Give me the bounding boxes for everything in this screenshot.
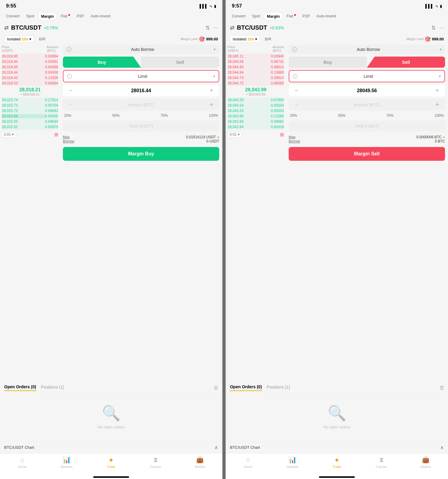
nav-trade-right[interactable]: ● Trade bbox=[328, 456, 346, 469]
amount-minus-right[interactable]: − bbox=[292, 101, 301, 108]
amount-minus-left[interactable]: − bbox=[66, 101, 75, 108]
margin-sell-btn-right[interactable]: Margin Sell bbox=[289, 147, 445, 161]
tab-fiat-right[interactable]: Fiat bbox=[284, 12, 299, 21]
margin-buy-btn-left[interactable]: Margin Buy bbox=[63, 147, 219, 161]
ab-chevron-left[interactable]: ▾ bbox=[214, 47, 216, 51]
ob-grid-icon-right[interactable]: ⊞ bbox=[280, 132, 284, 137]
more-icon-left[interactable]: ··· bbox=[214, 25, 218, 31]
orders-filter-icon-right[interactable]: ☰ bbox=[440, 385, 444, 391]
pct-100-left[interactable]: 100% bbox=[208, 113, 219, 118]
ob-grid-icon-left[interactable]: ⊞ bbox=[54, 132, 58, 137]
tab-autoinvest-right[interactable]: Auto-Invest bbox=[314, 12, 339, 21]
ob-sell-row[interactable]: 28,044.730.08914 bbox=[228, 75, 284, 81]
max-borrow-label-right[interactable]: MaxBorrow bbox=[289, 135, 300, 143]
chart-title-right[interactable]: BTC/USDT Chart bbox=[230, 445, 260, 450]
nav-home-right[interactable]: ⌂ Home bbox=[239, 456, 257, 469]
amount-plus-left[interactable]: + bbox=[207, 101, 216, 108]
chart-icon-left[interactable]: ⇅ bbox=[205, 25, 210, 31]
tab-margin-right[interactable]: Margin bbox=[264, 12, 283, 21]
pct-25-left[interactable]: 25% bbox=[63, 113, 72, 118]
pct-50-left[interactable]: 50% bbox=[111, 113, 121, 118]
limit-chevron-left[interactable]: ▾ bbox=[213, 74, 215, 78]
pct-100-right[interactable]: 100% bbox=[433, 113, 445, 118]
ob-buy-row[interactable]: 28,042.660.39691 bbox=[228, 119, 284, 124]
ob-ticker-left[interactable]: 0.01 ▾ bbox=[2, 131, 16, 137]
ob-sell-row[interactable]: 28,018.940.00061 bbox=[2, 59, 58, 64]
info-icon-limit-left[interactable]: i bbox=[67, 74, 72, 79]
price-plus-left[interactable]: + bbox=[207, 87, 216, 94]
buy-tab-right[interactable]: Buy bbox=[289, 57, 367, 68]
price-value-left[interactable]: 28016.44 bbox=[75, 88, 208, 93]
ob-sell-row[interactable]: 28,044.720.08080 bbox=[228, 81, 284, 86]
buy-tab-left[interactable]: Buy bbox=[63, 57, 141, 68]
tab-fiat-left[interactable]: Fiat bbox=[58, 12, 73, 21]
tab-p2p-left[interactable]: P2P bbox=[74, 12, 87, 21]
nav-wallets-left[interactable]: 👜 Wallets bbox=[191, 456, 209, 469]
info-icon-limit-right[interactable]: i bbox=[293, 74, 298, 79]
open-orders-tab-right[interactable]: Open Orders (0) bbox=[230, 384, 262, 391]
pct-75-right[interactable]: 75% bbox=[385, 113, 395, 118]
sell-tab-left[interactable]: Sell bbox=[141, 57, 219, 68]
price-value-right[interactable]: 28049.56 bbox=[301, 88, 433, 93]
ob-buy-row[interactable]: 28,015.680.50000 bbox=[2, 113, 58, 119]
total-row-left[interactable]: Total (USDT) bbox=[63, 121, 219, 131]
amount-placeholder-left[interactable]: Amount (BTC) bbox=[75, 102, 208, 107]
ob-sell-row[interactable]: 28,018.030.00064 bbox=[2, 81, 58, 86]
tab-spot-left[interactable]: Spot bbox=[23, 12, 37, 21]
pair-name-left[interactable]: BTC/USDT bbox=[11, 24, 41, 31]
ab-chevron-right[interactable]: ▾ bbox=[440, 47, 441, 51]
info-icon-ab-left[interactable]: i bbox=[66, 47, 71, 52]
ob-sell-row[interactable]: 28,018.950.00064 bbox=[2, 54, 58, 59]
ob-buy-row[interactable]: 28,042.680.12580 bbox=[228, 113, 284, 119]
open-orders-tab-left[interactable]: Open Orders (0) bbox=[4, 384, 36, 391]
tab-margin-left[interactable]: Margin bbox=[38, 12, 57, 21]
pct-50-right[interactable]: 50% bbox=[337, 113, 346, 118]
ob-sell-row[interactable]: 28,044.850.08914 bbox=[228, 64, 284, 70]
tab-autoinvest-left[interactable]: Auto-Invest bbox=[88, 12, 113, 21]
chart-chevron-right[interactable]: ∧ bbox=[440, 445, 444, 450]
ob-buy-row[interactable]: 28,015.740.27614 bbox=[2, 97, 58, 103]
ob-sell-row[interactable]: 28,044.840.13660 bbox=[228, 70, 284, 75]
positions-tab-left[interactable]: Positions (1) bbox=[41, 385, 64, 391]
sell-tab-right[interactable]: Sell bbox=[367, 57, 445, 68]
chart-chevron-left[interactable]: ∧ bbox=[214, 445, 218, 450]
tab-p2p-right[interactable]: P2P bbox=[299, 12, 313, 21]
ob-sell-row[interactable]: 28,018.650.00069 bbox=[2, 64, 58, 70]
nav-trade-left[interactable]: ● Trade bbox=[102, 456, 120, 469]
max-borrow-label-left[interactable]: MaxBorrow bbox=[63, 135, 74, 143]
tab-spot-right[interactable]: Spot bbox=[249, 12, 263, 21]
chart-title-left[interactable]: BTC/USDT Chart bbox=[4, 445, 34, 450]
tab-convert-right[interactable]: Convert bbox=[229, 12, 249, 21]
ob-buy-row[interactable]: 28,043.240.05554 bbox=[228, 103, 284, 108]
more-icon-right[interactable]: ··· bbox=[439, 25, 444, 31]
nav-home-left[interactable]: ⌂ Home bbox=[13, 456, 31, 469]
nav-futures-right[interactable]: ⧗ Futures bbox=[372, 456, 390, 469]
ob-sell-row[interactable]: 28,018.440.00400 bbox=[2, 70, 58, 75]
price-minus-right[interactable]: − bbox=[292, 87, 301, 94]
nav-futures-left[interactable]: ⧗ Futures bbox=[146, 456, 164, 469]
positions-tab-right[interactable]: Positions (1) bbox=[267, 385, 290, 391]
price-plus-right[interactable]: + bbox=[433, 87, 441, 94]
nav-markets-left[interactable]: 📊 Markets bbox=[58, 456, 76, 469]
ob-sell-row[interactable]: 28,018.420.13339 bbox=[2, 75, 58, 81]
ob-buy-row[interactable]: 28,043.260.07000 bbox=[228, 97, 284, 103]
ob-buy-row[interactable]: 28,015.720.06643 bbox=[2, 108, 58, 113]
amount-placeholder-right[interactable]: Amount (BTC) bbox=[301, 102, 433, 107]
tab-convert-left[interactable]: Convert bbox=[3, 12, 23, 21]
swap-icon-right[interactable]: ⇄ bbox=[443, 136, 445, 139]
limit-selector-left[interactable]: i Limit ▾ bbox=[63, 70, 219, 82]
ob-buy-row[interactable]: 28,043.230.05333 bbox=[228, 108, 284, 113]
info-icon-ab-right[interactable]: i bbox=[292, 47, 297, 52]
pair-name-right[interactable]: BTC/USDT bbox=[237, 24, 267, 31]
swap-icon-left[interactable]: ⇄ bbox=[217, 136, 219, 139]
pct-75-left[interactable]: 75% bbox=[159, 113, 169, 118]
total-row-right[interactable]: Total (USDT) bbox=[289, 121, 445, 131]
ob-sell-row[interactable]: 28,045.060.06731 bbox=[228, 59, 284, 64]
ob-buy-row[interactable]: 28,015.520.65970 bbox=[2, 124, 58, 130]
amount-plus-right[interactable]: + bbox=[433, 101, 441, 108]
ob-ticker-right[interactable]: 0.01 ▾ bbox=[228, 131, 242, 137]
nav-markets-right[interactable]: 📊 Markets bbox=[284, 456, 302, 469]
ob-sell-row[interactable]: 28,045.110.03940 bbox=[228, 54, 284, 59]
limit-chevron-right[interactable]: ▾ bbox=[439, 74, 441, 78]
isolated-selector-right[interactable]: Isolated 10x ▾ bbox=[230, 35, 260, 43]
